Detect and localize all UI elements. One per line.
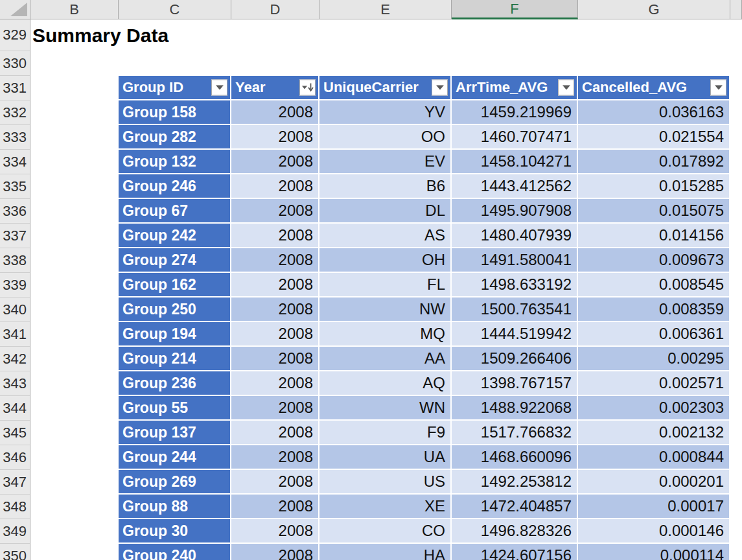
group-id-cell[interactable]: Group 88 (119, 495, 231, 519)
arrtime-avg-cell[interactable]: 1459.219969 (452, 100, 578, 125)
sort-descending-filter-button[interactable] (299, 80, 316, 96)
group-id-cell[interactable]: Group 132 (119, 150, 231, 174)
row-header-334[interactable]: 334 (0, 150, 30, 174)
cancelled-avg-cell[interactable]: 0.008359 (578, 298, 730, 322)
row-header-346[interactable]: 346 (0, 445, 30, 470)
row-header-339[interactable]: 339 (0, 273, 30, 298)
arrtime-avg-cell[interactable]: 1488.922068 (452, 396, 578, 421)
year-cell[interactable]: 2008 (231, 371, 319, 396)
cancelled-avg-cell[interactable]: 0.021554 (578, 125, 730, 150)
row-header-337[interactable]: 337 (0, 224, 30, 248)
year-cell[interactable]: 2008 (231, 248, 319, 273)
cancelled-avg-cell[interactable]: 0.000146 (578, 519, 730, 544)
cancelled-avg-cell[interactable]: 0.00295 (578, 347, 730, 371)
cancelled-avg-cell[interactable]: 0.000201 (578, 470, 730, 495)
arrtime-avg-cell[interactable]: 1444.519942 (452, 322, 578, 347)
column-header-G[interactable]: G (578, 0, 730, 19)
unique-carrier-cell[interactable]: B6 (319, 174, 452, 199)
table-column-header-arrtime-avg[interactable]: ArrTime_AVG (452, 76, 578, 100)
group-id-cell[interactable]: Group 250 (119, 298, 231, 322)
cancelled-avg-cell[interactable]: 0.006361 (578, 322, 730, 347)
cancelled-avg-cell[interactable]: 0.015075 (578, 199, 730, 224)
unique-carrier-cell[interactable]: US (319, 470, 452, 495)
group-id-cell[interactable]: Group 244 (119, 445, 231, 470)
arrtime-avg-cell[interactable]: 1472.404857 (452, 495, 578, 519)
year-cell[interactable]: 2008 (231, 199, 319, 224)
year-cell[interactable]: 2008 (231, 322, 319, 347)
group-id-cell[interactable]: Group 274 (119, 248, 231, 273)
row-header-350[interactable]: 350 (0, 544, 30, 560)
arrtime-avg-cell[interactable]: 1398.767157 (452, 371, 578, 396)
group-id-cell[interactable]: Group 137 (119, 421, 231, 445)
row-header-347[interactable]: 347 (0, 470, 30, 495)
arrtime-avg-cell[interactable]: 1468.660096 (452, 445, 578, 470)
sheet-title-cell[interactable]: Summary Data (32, 25, 168, 47)
group-id-cell[interactable]: Group 30 (119, 519, 231, 544)
column-header-F[interactable]: F (452, 0, 578, 19)
unique-carrier-cell[interactable]: EV (319, 150, 452, 174)
year-cell[interactable]: 2008 (231, 224, 319, 248)
unique-carrier-cell[interactable]: FL (319, 273, 452, 298)
column-header-D[interactable]: D (231, 0, 319, 19)
year-cell[interactable]: 2008 (231, 298, 319, 322)
column-header-C[interactable]: C (119, 0, 231, 19)
year-cell[interactable]: 2008 (231, 396, 319, 421)
unique-carrier-cell[interactable]: F9 (319, 421, 452, 445)
row-header-342[interactable]: 342 (0, 347, 30, 371)
unique-carrier-cell[interactable]: MQ (319, 322, 452, 347)
filter-dropdown-button[interactable] (432, 80, 448, 96)
cancelled-avg-cell[interactable]: 0.002132 (578, 421, 730, 445)
row-header-345[interactable]: 345 (0, 421, 30, 445)
unique-carrier-cell[interactable]: XE (319, 495, 452, 519)
row-header-330[interactable]: 330 (0, 51, 30, 76)
unique-carrier-cell[interactable]: AS (319, 224, 452, 248)
arrtime-avg-cell[interactable]: 1443.412562 (452, 174, 578, 199)
column-header-partial[interactable] (730, 0, 742, 19)
row-header-341[interactable]: 341 (0, 322, 30, 347)
unique-carrier-cell[interactable]: DL (319, 199, 452, 224)
cancelled-avg-cell[interactable]: 0.002571 (578, 371, 730, 396)
unique-carrier-cell[interactable]: WN (319, 396, 452, 421)
year-cell[interactable]: 2008 (231, 273, 319, 298)
group-id-cell[interactable]: Group 158 (119, 100, 231, 125)
cancelled-avg-cell[interactable]: 0.000114 (578, 544, 730, 560)
cancelled-avg-cell[interactable]: 0.008545 (578, 273, 730, 298)
arrtime-avg-cell[interactable]: 1460.707471 (452, 125, 578, 150)
arrtime-avg-cell[interactable]: 1500.763541 (452, 298, 578, 322)
unique-carrier-cell[interactable]: AQ (319, 371, 452, 396)
row-header-344[interactable]: 344 (0, 396, 30, 421)
row-header-331[interactable]: 331 (0, 76, 30, 100)
unique-carrier-cell[interactable]: NW (319, 298, 452, 322)
group-id-cell[interactable]: Group 246 (119, 174, 231, 199)
arrtime-avg-cell[interactable]: 1498.633192 (452, 273, 578, 298)
group-id-cell[interactable]: Group 282 (119, 125, 231, 150)
unique-carrier-cell[interactable]: OH (319, 248, 452, 273)
unique-carrier-cell[interactable]: UA (319, 445, 452, 470)
row-header-348[interactable]: 348 (0, 495, 30, 519)
cancelled-avg-cell[interactable]: 0.000844 (578, 445, 730, 470)
row-header-338[interactable]: 338 (0, 248, 30, 273)
filter-dropdown-button[interactable] (710, 80, 726, 96)
group-id-cell[interactable]: Group 240 (119, 544, 231, 560)
row-header-343[interactable]: 343 (0, 371, 30, 396)
group-id-cell[interactable]: Group 67 (119, 199, 231, 224)
row-header-349[interactable]: 349 (0, 519, 30, 544)
filter-dropdown-button[interactable] (558, 80, 574, 96)
unique-carrier-cell[interactable]: YV (319, 100, 452, 125)
select-all-corner[interactable] (0, 0, 30, 19)
row-header-336[interactable]: 336 (0, 199, 30, 224)
cancelled-avg-cell[interactable]: 0.00017 (578, 495, 730, 519)
table-column-header-uniquecarrier[interactable]: UniqueCarrier (319, 76, 452, 100)
arrtime-avg-cell[interactable]: 1509.266406 (452, 347, 578, 371)
table-column-header-cancelled-avg[interactable]: Cancelled_AVG (578, 76, 730, 100)
cancelled-avg-cell[interactable]: 0.009673 (578, 248, 730, 273)
year-cell[interactable]: 2008 (231, 445, 319, 470)
cancelled-avg-cell[interactable]: 0.036163 (578, 100, 730, 125)
table-column-header-year[interactable]: Year (231, 76, 319, 100)
arrtime-avg-cell[interactable]: 1495.907908 (452, 199, 578, 224)
cancelled-avg-cell[interactable]: 0.017892 (578, 150, 730, 174)
unique-carrier-cell[interactable]: HA (319, 544, 452, 560)
row-header-335[interactable]: 335 (0, 174, 30, 199)
group-id-cell[interactable]: Group 242 (119, 224, 231, 248)
arrtime-avg-cell[interactable]: 1458.104271 (452, 150, 578, 174)
